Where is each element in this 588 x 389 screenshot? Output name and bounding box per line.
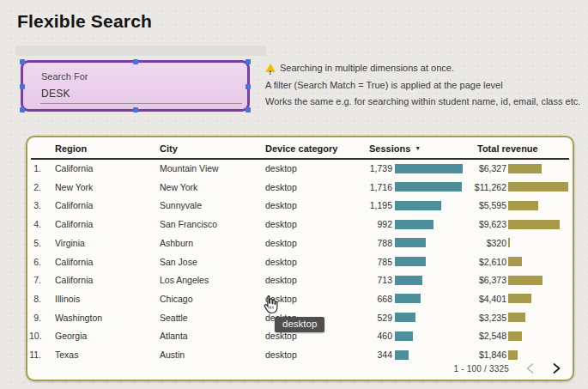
search-underline bbox=[40, 103, 242, 104]
sessions-bar bbox=[395, 257, 426, 266]
column-header-device[interactable]: Device category bbox=[265, 143, 337, 154]
sessions-bar bbox=[395, 294, 421, 303]
cell-city: Austin bbox=[160, 349, 185, 360]
cell-region: California bbox=[55, 163, 93, 173]
sessions-bar bbox=[395, 201, 441, 210]
selection-handle-ne[interactable] bbox=[246, 59, 251, 64]
column-header-sessions[interactable]: Sessions▼ bbox=[369, 143, 421, 154]
cell-sessions-value: 788 bbox=[336, 238, 392, 248]
cell-city: San Francisco bbox=[160, 219, 217, 229]
cell-city: San Jose bbox=[160, 257, 197, 267]
selection-handle-s[interactable] bbox=[133, 107, 138, 112]
cell-device: desktop bbox=[265, 257, 297, 267]
row-index: 7. bbox=[29, 275, 41, 285]
table-row[interactable]: 2.New YorkNew Yorkdesktop1,716$11,262 bbox=[27, 179, 573, 197]
revenue-bar bbox=[508, 182, 568, 191]
selection-handle-e[interactable] bbox=[246, 84, 251, 89]
selection-handle-w[interactable] bbox=[20, 84, 25, 89]
pagination-range: 1 - 100 / 3325 bbox=[453, 364, 509, 374]
annotation-line-3: Works the same e.g. for searching within… bbox=[265, 94, 581, 111]
revenue-bar bbox=[508, 331, 522, 341]
search-value[interactable]: DESK bbox=[41, 88, 70, 100]
canvas: { "title": "Flexible Search", "search_co… bbox=[0, 0, 588, 389]
hand-pointer-cursor bbox=[260, 294, 281, 319]
revenue-bar bbox=[508, 350, 518, 360]
tooltip: desktop bbox=[275, 317, 324, 332]
revenue-bar bbox=[508, 238, 510, 247]
cell-region: New York bbox=[55, 182, 93, 192]
revenue-bar bbox=[508, 276, 543, 285]
table-row[interactable]: 1.CaliforniaMountain Viewdesktop1,739$6,… bbox=[27, 161, 573, 178]
sessions-bar bbox=[395, 238, 426, 247]
table-row[interactable]: 6.CaliforniaSan Josedesktop785$2,610 bbox=[27, 254, 573, 271]
revenue-bar bbox=[508, 313, 525, 322]
data-table-card: Region City Device category Sessions▼ To… bbox=[26, 136, 574, 381]
sessions-bar bbox=[395, 331, 413, 341]
table-row[interactable]: 7.CaliforniaLos Angelesdesktop713$6,373 bbox=[27, 272, 573, 289]
cell-sessions-value: 529 bbox=[336, 313, 392, 323]
revenue-bar bbox=[508, 201, 538, 210]
cell-sessions-value: 992 bbox=[336, 219, 392, 229]
selection-handle-se[interactable] bbox=[246, 107, 251, 112]
cell-device: desktop bbox=[265, 182, 297, 192]
cell-device: desktop bbox=[265, 238, 297, 248]
column-header-region[interactable]: Region bbox=[55, 143, 87, 154]
cell-revenue-value: $1,846 bbox=[446, 349, 506, 360]
selection-handle-sw[interactable] bbox=[20, 107, 25, 112]
cell-region: Illinois bbox=[55, 294, 80, 304]
revenue-bar bbox=[508, 257, 522, 266]
cell-device: desktop bbox=[265, 219, 297, 229]
cell-revenue-value: $2,610 bbox=[446, 257, 506, 267]
cell-region: California bbox=[55, 275, 93, 285]
cell-sessions-value: 344 bbox=[336, 349, 392, 360]
row-index: 10. bbox=[29, 331, 41, 341]
page-title: Flexible Search bbox=[17, 11, 152, 32]
row-index: 3. bbox=[29, 200, 41, 210]
table-row[interactable]: 8.IllinoisChicagodesktop668$4,401 bbox=[27, 291, 573, 308]
revenue-bar bbox=[508, 220, 560, 229]
cell-device: desktop bbox=[265, 349, 297, 360]
chevron-left-icon[interactable] bbox=[524, 362, 536, 374]
row-index: 9. bbox=[29, 313, 41, 323]
cell-revenue-value: $5,595 bbox=[446, 200, 506, 210]
column-header-revenue[interactable]: Total revenue bbox=[477, 143, 538, 154]
cell-sessions-value: 785 bbox=[336, 257, 392, 267]
warning-icon bbox=[265, 64, 276, 72]
cell-region: Texas bbox=[55, 349, 78, 360]
cell-region: Georgia bbox=[55, 331, 87, 341]
sort-caret-icon: ▼ bbox=[415, 145, 421, 151]
chevron-right-icon[interactable] bbox=[550, 362, 562, 374]
cell-revenue-value: $6,327 bbox=[446, 163, 506, 173]
sessions-bar bbox=[395, 313, 415, 322]
annotation-line-2: A filter (Search Match = True) is applie… bbox=[265, 77, 581, 94]
selection-handle-n[interactable] bbox=[133, 59, 138, 64]
cell-city: Chicago bbox=[160, 294, 193, 304]
row-index: 6. bbox=[29, 257, 41, 267]
search-label: Search For bbox=[41, 71, 88, 82]
revenue-bar bbox=[508, 164, 542, 173]
annotation-block: Searching in multiple dimensions at once… bbox=[265, 60, 581, 111]
table-row[interactable]: 5.VirginiaAshburndesktop788$320 bbox=[27, 235, 573, 252]
header-divider bbox=[31, 158, 569, 160]
table-row[interactable]: 11.TexasAustindesktop344$1,846 bbox=[27, 347, 573, 364]
row-index: 5. bbox=[29, 238, 41, 248]
sessions-bar bbox=[395, 220, 433, 229]
cell-sessions-value: 1,739 bbox=[336, 163, 392, 173]
table-row[interactable]: 3.CaliforniaSunnyvaledesktop1,195$5,595 bbox=[27, 198, 573, 215]
cell-device: desktop bbox=[265, 331, 297, 341]
row-index: 2. bbox=[29, 182, 41, 192]
cell-revenue-value: $11,262 bbox=[446, 182, 506, 192]
annotation-line-1: Searching in multiple dimensions at once… bbox=[280, 63, 454, 73]
sessions-bar bbox=[395, 276, 422, 285]
cell-revenue-value: $6,373 bbox=[446, 275, 506, 285]
selection-handle-nw[interactable] bbox=[20, 59, 25, 64]
table-row[interactable]: 4.CaliforniaSan Franciscodesktop992$9,62… bbox=[27, 216, 573, 234]
cell-region: Washington bbox=[55, 313, 102, 323]
cell-city: Atlanta bbox=[160, 331, 188, 341]
search-input-control[interactable]: Search For DESK bbox=[21, 60, 250, 112]
cell-city: Sunnyvale bbox=[160, 200, 202, 210]
column-header-city[interactable]: City bbox=[160, 143, 178, 154]
cell-revenue-value: $2,548 bbox=[446, 331, 506, 341]
cell-city: Mountain View bbox=[160, 163, 219, 173]
row-index: 4. bbox=[29, 219, 41, 229]
